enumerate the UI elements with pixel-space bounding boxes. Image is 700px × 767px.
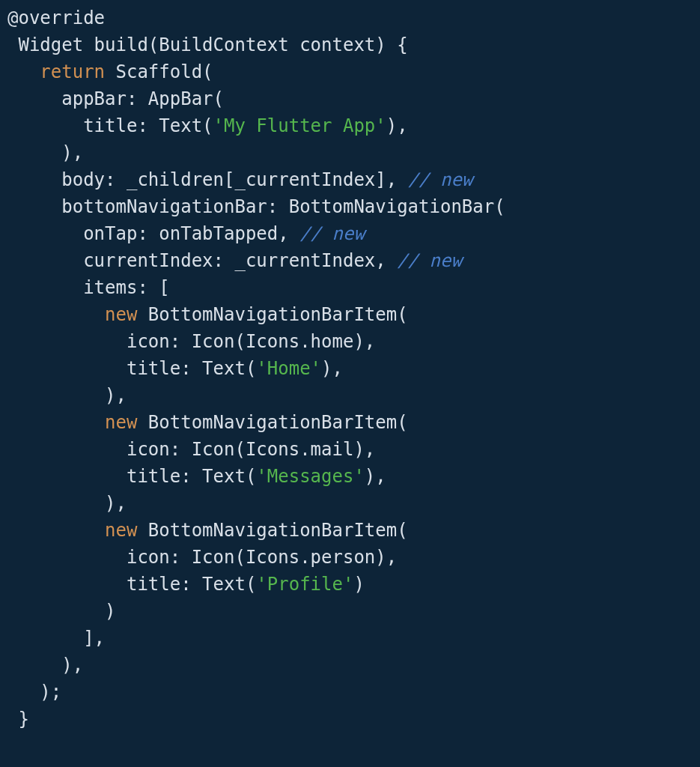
code-line[interactable]: ), bbox=[7, 493, 127, 514]
code-token: @override bbox=[7, 7, 105, 28]
code-token: Widget build(BuildContext context) { bbox=[7, 34, 408, 55]
code-token: return bbox=[40, 61, 105, 82]
code-line[interactable]: ), bbox=[7, 142, 83, 163]
code-line[interactable]: currentIndex: _currentIndex, // new bbox=[7, 250, 462, 271]
code-line[interactable]: new BottomNavigationBarItem( bbox=[7, 304, 408, 325]
code-token: ) bbox=[7, 601, 116, 622]
code-line[interactable]: title: Text('Profile') bbox=[7, 574, 365, 595]
code-line[interactable]: icon: Icon(Icons.mail), bbox=[7, 439, 375, 460]
code-token: // new bbox=[408, 169, 473, 190]
code-editor[interactable]: @override Widget build(BuildContext cont… bbox=[0, 0, 700, 733]
code-token: bottomNavigationBar: BottomNavigationBar… bbox=[7, 196, 505, 217]
code-line[interactable]: @override bbox=[7, 7, 105, 28]
code-token: new bbox=[105, 304, 137, 325]
code-token: // new bbox=[397, 250, 462, 271]
code-token: ), bbox=[7, 385, 127, 406]
code-token: title: Text( bbox=[7, 574, 256, 595]
code-line[interactable]: new BottomNavigationBarItem( bbox=[7, 520, 408, 541]
code-line[interactable]: icon: Icon(Icons.home), bbox=[7, 331, 375, 352]
code-token: ), bbox=[386, 115, 408, 136]
code-line[interactable]: ); bbox=[7, 682, 61, 703]
code-line[interactable]: new BottomNavigationBarItem( bbox=[7, 412, 408, 433]
code-token: Scaffold( bbox=[105, 61, 213, 82]
code-line[interactable]: title: Text('My Flutter App'), bbox=[7, 115, 408, 136]
code-token: title: Text( bbox=[7, 358, 256, 379]
code-token: icon: Icon(Icons.home), bbox=[7, 331, 375, 352]
code-line[interactable]: ), bbox=[7, 655, 83, 676]
code-token: title: Text( bbox=[7, 115, 213, 136]
code-token: ); bbox=[7, 682, 61, 703]
code-token: title: Text( bbox=[7, 466, 256, 487]
code-token: icon: Icon(Icons.mail), bbox=[7, 439, 375, 460]
code-token: } bbox=[7, 709, 29, 730]
code-token bbox=[7, 520, 105, 541]
code-token: BottomNavigationBarItem( bbox=[137, 412, 407, 433]
code-line[interactable]: return Scaffold( bbox=[7, 61, 213, 82]
code-token: ], bbox=[7, 628, 105, 649]
code-token: ), bbox=[7, 142, 83, 163]
code-line[interactable]: Widget build(BuildContext context) { bbox=[7, 34, 408, 55]
code-token: ), bbox=[7, 655, 83, 676]
code-line[interactable]: title: Text('Messages'), bbox=[7, 466, 386, 487]
code-line[interactable]: appBar: AppBar( bbox=[7, 88, 224, 109]
code-token bbox=[7, 304, 105, 325]
code-token: appBar: AppBar( bbox=[7, 88, 224, 109]
code-token: // new bbox=[299, 223, 365, 244]
code-line[interactable]: ], bbox=[7, 628, 105, 649]
code-token: ), bbox=[321, 358, 343, 379]
code-token: body: _children[_currentIndex], bbox=[7, 169, 408, 190]
code-token: 'Home' bbox=[256, 358, 321, 379]
code-token: items: [ bbox=[7, 277, 170, 298]
code-token: BottomNavigationBarItem( bbox=[137, 304, 407, 325]
code-token: 'My Flutter App' bbox=[213, 115, 386, 136]
code-line[interactable]: body: _children[_currentIndex], // new bbox=[7, 169, 472, 190]
code-line[interactable]: title: Text('Home'), bbox=[7, 358, 343, 379]
code-token: icon: Icon(Icons.person), bbox=[7, 547, 397, 568]
code-line[interactable]: icon: Icon(Icons.person), bbox=[7, 547, 397, 568]
code-token: 'Profile' bbox=[256, 574, 353, 595]
code-token: ), bbox=[7, 493, 127, 514]
code-token: ), bbox=[365, 466, 386, 487]
code-line[interactable]: bottomNavigationBar: BottomNavigationBar… bbox=[7, 196, 505, 217]
code-token: currentIndex: _currentIndex, bbox=[7, 250, 397, 271]
code-line[interactable]: items: [ bbox=[7, 277, 170, 298]
code-line[interactable]: ) bbox=[7, 601, 116, 622]
code-token: 'Messages' bbox=[256, 466, 365, 487]
code-token: new bbox=[105, 520, 137, 541]
code-token: new bbox=[105, 412, 137, 433]
code-token: onTap: onTabTapped, bbox=[7, 223, 299, 244]
code-line[interactable]: ), bbox=[7, 385, 127, 406]
code-token bbox=[7, 61, 40, 82]
code-line[interactable]: } bbox=[7, 709, 29, 730]
code-line[interactable]: onTap: onTabTapped, // new bbox=[7, 223, 365, 244]
code-token bbox=[7, 412, 105, 433]
code-token: BottomNavigationBarItem( bbox=[137, 520, 407, 541]
code-token: ) bbox=[353, 574, 364, 595]
